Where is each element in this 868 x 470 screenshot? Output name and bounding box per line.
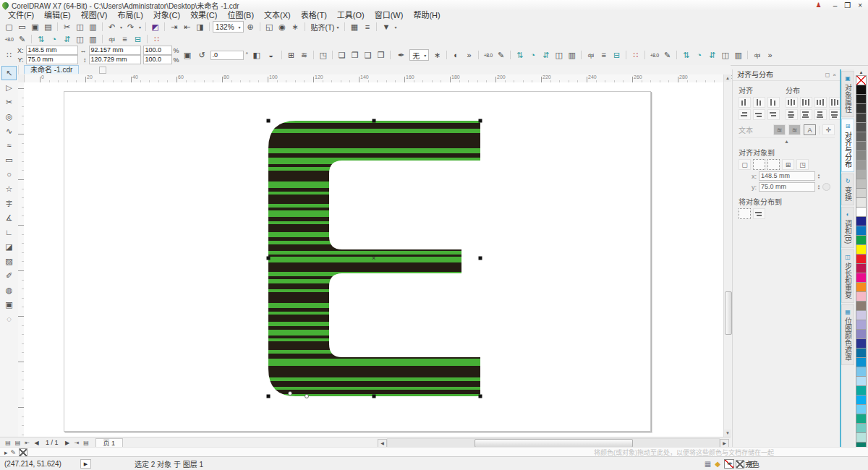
align-text-bbox-icon[interactable]: ≋ <box>788 124 801 135</box>
zoom-level-select[interactable]: 132%▾ <box>213 21 244 33</box>
vertical-scrollbar[interactable]: ▲ ▼ <box>723 74 731 437</box>
palette-flyout-icon[interactable]: ▸ <box>4 449 8 456</box>
menu-效果C[interactable]: 效果(C) <box>185 10 222 20</box>
page-1-tab[interactable]: 页 1 <box>95 438 124 448</box>
color-swatch[interactable] <box>856 329 867 339</box>
color-swatch[interactable] <box>856 376 867 386</box>
toolbar-icon[interactable]: ↶ <box>106 22 118 33</box>
distribute-icon[interactable] <box>800 97 812 108</box>
color-swatch[interactable] <box>856 141 867 151</box>
menu-工具O[interactable]: 工具(O) <box>332 10 370 20</box>
toolbar-icon[interactable]: ▦ <box>348 22 360 33</box>
menu-对象C[interactable]: 对象(C) <box>148 10 185 20</box>
macro-icon[interactable]: ◔ <box>48 34 60 45</box>
align-to-icon[interactable]: ▢ <box>739 159 751 170</box>
color-swatch[interactable] <box>856 414 867 424</box>
distribute-icon[interactable] <box>786 109 798 120</box>
align-icon[interactable] <box>767 109 780 120</box>
selection-handle[interactable] <box>267 395 271 398</box>
distribute-to-icon[interactable] <box>739 208 751 219</box>
object-height-input[interactable]: 120.729 mm <box>89 55 141 64</box>
macro-icon[interactable]: ⇵ <box>61 34 73 45</box>
macro-icon[interactable]: ✎ <box>16 34 28 45</box>
new-document-tab-button[interactable] <box>99 67 106 74</box>
toolbar-icon[interactable]: ◩ <box>149 22 161 33</box>
macro-icon[interactable]: ▥ <box>87 34 99 45</box>
propbar-icon[interactable]: ❐ <box>349 50 361 61</box>
selection-handle[interactable] <box>373 395 376 398</box>
color-swatch[interactable] <box>856 113 867 123</box>
propbar-icon[interactable]: ⇅ <box>514 50 526 61</box>
add-page-button[interactable]: ▤ <box>3 440 13 446</box>
propbar-icon[interactable]: ∗ <box>431 50 443 61</box>
color-swatch[interactable] <box>856 273 867 283</box>
toolbar-icon[interactable]: ◨ <box>194 22 206 33</box>
color-swatch[interactable] <box>856 404 867 414</box>
macro-icon[interactable]: ≡ <box>119 34 131 45</box>
propbar-icon[interactable]: ≋ <box>298 50 310 61</box>
align-to-icon[interactable]: ⊞ <box>782 159 794 170</box>
outline-width-select[interactable]: 无▾ <box>409 49 429 61</box>
propbar-icon[interactable]: ◳ <box>317 50 329 61</box>
align-icon[interactable] <box>767 97 780 108</box>
toolbar-icon[interactable]: ◫ <box>74 22 86 33</box>
distribute-icon[interactable] <box>814 97 827 108</box>
color-swatch[interactable] <box>856 310 867 320</box>
color-swatch[interactable] <box>856 282 867 292</box>
toolbar-icon[interactable]: ◱ <box>263 22 276 33</box>
color-swatch[interactable] <box>856 122 867 132</box>
align-to-icon[interactable] <box>753 159 765 170</box>
no-color-swatch[interactable] <box>19 448 27 457</box>
color-swatch[interactable] <box>856 254 867 264</box>
polygon-tool[interactable]: ☆ <box>1 181 17 196</box>
shape-tool[interactable]: ▷ <box>1 80 17 95</box>
spinner-icons[interactable]: ▲▼ <box>817 184 820 190</box>
macro-icon[interactable]: ∷ <box>150 34 163 45</box>
docker-tab-位图颜色遮罩[interactable]: ▦位图颜色遮罩 <box>841 304 854 365</box>
toolbar-icon[interactable]: ▢ <box>3 22 15 33</box>
docker-tab-步长和重复[interactable]: ◫步长和重复 <box>841 249 854 303</box>
object-x-input[interactable]: 148.5 mm <box>26 46 78 55</box>
account-icon[interactable]: ♟ <box>816 1 822 9</box>
color-swatch[interactable] <box>856 132 867 142</box>
selection-handle[interactable] <box>479 395 482 398</box>
close-button[interactable]: × <box>858 1 862 9</box>
docker-tab-调和(B)[interactable]: ◐调和(B) <box>841 207 854 248</box>
selection-handle[interactable] <box>267 119 271 123</box>
color-swatch[interactable] <box>856 385 867 396</box>
menu-文本X[interactable]: 文本(X) <box>259 10 296 20</box>
toolbar-icon[interactable]: ▤ <box>42 22 54 33</box>
restore-button[interactable]: ❐ <box>844 1 851 9</box>
toolbar-icon[interactable]: ↷ <box>124 22 137 33</box>
status-flyout-button[interactable]: ▶ <box>80 459 91 469</box>
selection-handle[interactable] <box>479 257 482 260</box>
scroll-up-arrow[interactable]: ▲ <box>724 74 731 82</box>
drawing-canvas[interactable]: × <box>24 82 723 437</box>
document-tab[interactable]: 未命名 -1.cdr <box>24 65 79 74</box>
propbar-icon[interactable]: ≡ <box>597 50 610 61</box>
align-to-icon[interactable] <box>767 159 780 170</box>
toolbar-icon[interactable]: ▼ <box>380 22 392 33</box>
menu-布局L[interactable]: 布局(L) <box>112 10 148 20</box>
color-swatch[interactable] <box>856 367 867 377</box>
menu-编辑E[interactable]: 编辑(E) <box>39 10 76 20</box>
propbar-icon[interactable]: ⊟ <box>610 50 623 61</box>
align-text-a-icon[interactable]: A <box>804 124 816 135</box>
distribute-icon[interactable] <box>800 109 812 120</box>
propbar-icon[interactable]: » <box>764 50 776 61</box>
color-swatch[interactable] <box>856 216 867 226</box>
propbar-icon[interactable]: ✎ <box>661 50 673 61</box>
propbar-icon[interactable]: ◔ <box>527 50 539 61</box>
color-swatch[interactable] <box>856 197 867 208</box>
align-text-baseline-icon[interactable]: ≋ <box>773 124 786 135</box>
propbar-icon[interactable]: ❒ <box>375 50 387 61</box>
propbar-icon[interactable]: dpi <box>584 50 597 61</box>
color-swatch[interactable] <box>856 357 867 367</box>
rotation-angle-input[interactable]: .0 <box>210 51 244 60</box>
docker-tab-对象属性[interactable]: ▣对象属性 <box>841 71 854 117</box>
toolbar-icon[interactable]: ✂ <box>61 22 73 33</box>
align-to-icon[interactable]: ◳ <box>796 159 809 170</box>
selected-striped-letter-e[interactable]: × <box>24 82 723 437</box>
toolbar-icon[interactable]: ⇤ <box>181 22 193 33</box>
toolbar-icon[interactable]: ⇥ <box>168 22 180 33</box>
